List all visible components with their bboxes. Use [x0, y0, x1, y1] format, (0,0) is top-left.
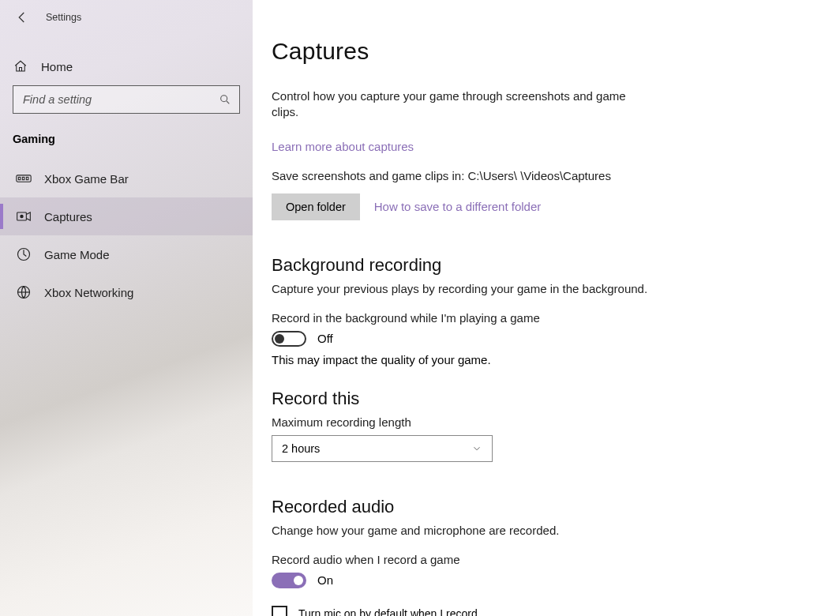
sidebar: Settings Home Gaming Xbox Game Bar — [0, 0, 253, 616]
page-title: Captures — [272, 38, 802, 65]
learn-more-link[interactable]: Learn more about captures — [272, 140, 414, 153]
bg-recording-header: Background recording — [272, 255, 802, 276]
nav-home-label: Home — [41, 60, 73, 73]
max-length-label: Maximum recording length — [272, 415, 802, 429]
bg-record-toggle-state: Off — [317, 332, 333, 345]
svg-point-0 — [221, 96, 227, 102]
home-icon — [13, 58, 28, 74]
record-audio-toggle-state: On — [317, 573, 333, 587]
nav-item-label: Captures — [44, 210, 92, 223]
svg-rect-3 — [22, 177, 24, 179]
mic-default-checkbox[interactable] — [272, 606, 287, 617]
search-box[interactable] — [13, 85, 240, 114]
nav-home[interactable]: Home — [0, 49, 253, 85]
nav-list: Xbox Game Bar Captures Game Mode Xbox Ne… — [0, 160, 253, 311]
page-desc: Control how you capture your game throug… — [272, 88, 635, 121]
nav-item-label: Xbox Networking — [44, 286, 133, 299]
chevron-down-icon — [471, 443, 482, 454]
record-audio-toggle[interactable] — [272, 573, 306, 588]
save-path-text: Save screenshots and game clips in: C:\U… — [272, 169, 802, 182]
arrow-left-icon — [15, 10, 29, 24]
mic-default-label: Turn mic on by default when I record — [298, 607, 478, 617]
network-icon — [16, 284, 32, 300]
record-this-header: Record this — [272, 389, 802, 409]
bg-recording-desc: Capture your previous plays by recording… — [272, 282, 802, 295]
nav-item-xbox-networking[interactable]: Xbox Networking — [0, 273, 253, 311]
nav-item-label: Game Mode — [44, 248, 110, 261]
svg-point-6 — [21, 215, 23, 217]
bg-record-note: This may impact the quality of your game… — [272, 353, 802, 366]
app-title: Settings — [46, 12, 81, 23]
bg-record-toggle[interactable] — [272, 331, 306, 347]
gamebar-icon — [16, 171, 32, 186]
audio-toggle-label: Record audio when I record a game — [272, 553, 802, 566]
nav-item-captures[interactable]: Captures — [0, 197, 253, 235]
bg-toggle-label: Record in the background while I'm playi… — [272, 311, 802, 325]
nav-item-xbox-game-bar[interactable]: Xbox Game Bar — [0, 160, 253, 197]
svg-rect-4 — [26, 177, 28, 179]
max-length-value: 2 hours — [282, 442, 320, 455]
svg-rect-2 — [18, 177, 21, 179]
captures-icon — [16, 208, 32, 224]
recorded-audio-header: Recorded audio — [272, 497, 802, 517]
gamemode-icon — [16, 246, 32, 262]
nav-item-game-mode[interactable]: Game Mode — [0, 235, 253, 273]
section-label: Gaming — [0, 128, 253, 160]
main-content: Captures Control how you capture your ga… — [253, 0, 840, 616]
search-input[interactable] — [13, 86, 239, 113]
back-button[interactable] — [13, 8, 32, 27]
nav-item-label: Xbox Game Bar — [44, 172, 129, 186]
recorded-audio-desc: Change how your game and microphone are … — [272, 524, 802, 537]
how-to-link[interactable]: How to save to a different folder — [374, 200, 542, 213]
search-icon — [219, 93, 231, 106]
open-folder-button[interactable]: Open folder — [272, 193, 360, 220]
max-length-combo[interactable]: 2 hours — [272, 435, 493, 462]
